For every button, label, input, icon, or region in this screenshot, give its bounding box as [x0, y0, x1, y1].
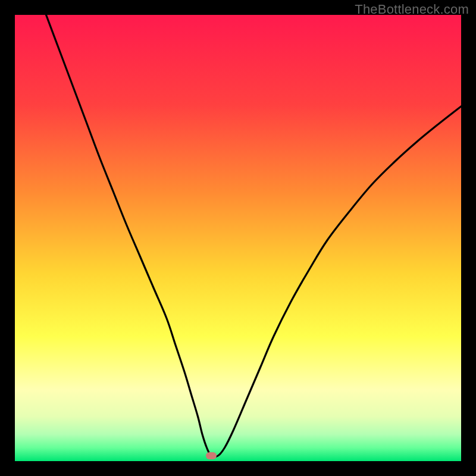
- chart-frame: TheBottleneck.com: [0, 0, 476, 476]
- watermark-text: TheBottleneck.com: [355, 2, 469, 17]
- minimum-marker: [206, 452, 217, 459]
- bottleneck-curve: [15, 15, 461, 461]
- plot-area: [15, 15, 461, 461]
